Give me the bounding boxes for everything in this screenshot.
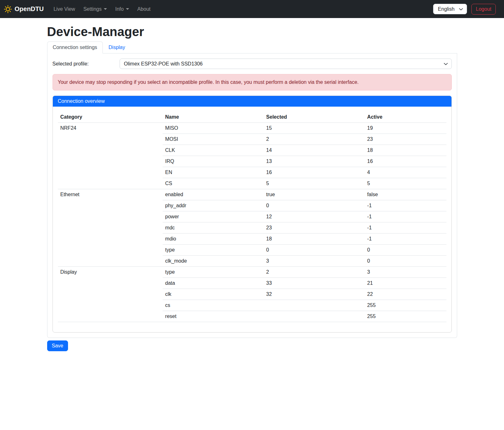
category-cell: Ethernet <box>58 189 163 267</box>
column-header-active: Active <box>365 112 446 123</box>
tab-content: Selected profile: Olimex ESP32-POE with … <box>47 53 457 338</box>
active-cell: 23 <box>365 134 446 145</box>
brand[interactable]: OpenDTU <box>4 5 44 13</box>
selected-cell: 0 <box>264 200 364 211</box>
tab-connection-settings[interactable]: Connection settings <box>47 41 103 53</box>
name-cell: clk <box>163 289 264 300</box>
name-cell: type <box>163 267 264 278</box>
name-cell: phy_addr <box>163 200 264 211</box>
selected-cell: 3 <box>264 256 364 267</box>
tab-bar: Connection settings Display <box>47 41 457 53</box>
column-header-category: Category <box>58 112 163 123</box>
name-cell: power <box>163 211 264 222</box>
nav-item-info[interactable]: Info <box>111 4 133 15</box>
column-header-name: Name <box>163 112 264 123</box>
active-cell: 255 <box>365 311 446 322</box>
connection-overview-card: Connection overview Category Name Select… <box>53 96 452 333</box>
selected-cell: 2 <box>264 267 364 278</box>
column-header-selected: Selected <box>264 112 364 123</box>
profile-select[interactable]: Olimex ESP32-POE with SSD1306 <box>120 59 452 69</box>
nav-item-label: Live View <box>53 6 75 12</box>
caret-down-icon <box>126 8 129 10</box>
nav-item-label: Settings <box>83 6 102 12</box>
selected-cell: 16 <box>264 167 364 178</box>
selected-cell: 2 <box>264 134 364 145</box>
table-header-row: Category Name Selected Active <box>58 112 446 123</box>
category-cell: NRF24 <box>58 123 163 189</box>
active-cell: 0 <box>365 256 446 267</box>
active-cell: -1 <box>365 234 446 245</box>
table-row: NRF24MISO1519 <box>58 123 446 134</box>
name-cell: data <box>163 278 264 289</box>
tab-display[interactable]: Display <box>103 41 131 53</box>
nav-item-label: About <box>137 6 151 12</box>
selected-cell <box>264 300 364 311</box>
active-cell: -1 <box>365 211 446 222</box>
table-row: Ethernetenabledtruefalse <box>58 189 446 200</box>
brand-label: OpenDTU <box>15 5 44 13</box>
active-cell: 21 <box>365 278 446 289</box>
name-cell: mdio <box>163 234 264 245</box>
active-cell: false <box>365 189 446 200</box>
active-cell: 19 <box>365 123 446 134</box>
table-row: Displaytype23 <box>58 267 446 278</box>
name-cell: clk_mode <box>163 256 264 267</box>
language-select[interactable]: English <box>433 4 467 14</box>
main-content: Device-Manager Connection settings Displ… <box>43 25 461 351</box>
name-cell: CS <box>163 178 264 189</box>
navbar: OpenDTU Live View Settings Info About En… <box>0 0 504 18</box>
name-cell: type <box>163 245 264 256</box>
card-header: Connection overview <box>53 96 451 107</box>
name-cell: EN <box>163 167 264 178</box>
profile-row: Selected profile: Olimex ESP32-POE with … <box>53 59 452 69</box>
nav-item-about[interactable]: About <box>133 4 155 15</box>
active-cell: 255 <box>365 300 446 311</box>
selected-cell <box>264 311 364 322</box>
selected-cell: 14 <box>264 145 364 156</box>
name-cell: CLK <box>163 145 264 156</box>
selected-cell: true <box>264 189 364 200</box>
selected-cell: 18 <box>264 234 364 245</box>
danger-alert: Your device may stop responding if you s… <box>53 74 452 90</box>
card-body: Category Name Selected Active NRF24MISO1… <box>53 107 451 332</box>
active-cell: 5 <box>365 178 446 189</box>
active-cell: -1 <box>365 200 446 211</box>
selected-cell: 13 <box>264 156 364 167</box>
selected-cell: 5 <box>264 178 364 189</box>
nav-item-live-view[interactable]: Live View <box>49 4 79 15</box>
name-cell: MISO <box>163 123 264 134</box>
profile-label: Selected profile: <box>53 61 120 67</box>
active-cell: -1 <box>365 222 446 234</box>
nav-item-settings[interactable]: Settings <box>79 4 111 15</box>
name-cell: enabled <box>163 189 264 200</box>
caret-down-icon <box>104 8 107 10</box>
nav-item-label: Info <box>115 6 124 12</box>
selected-cell: 15 <box>264 123 364 134</box>
active-cell: 22 <box>365 289 446 300</box>
name-cell: MOSI <box>163 134 264 145</box>
active-cell: 16 <box>365 156 446 167</box>
overview-table-body: NRF24MISO1519MOSI223CLK1418IRQ1316EN164C… <box>58 123 446 322</box>
active-cell: 18 <box>365 145 446 156</box>
sun-icon <box>4 5 12 13</box>
category-cell: Display <box>58 267 163 322</box>
save-button[interactable]: Save <box>47 340 68 351</box>
selected-cell: 32 <box>264 289 364 300</box>
active-cell: 4 <box>365 167 446 178</box>
logout-button[interactable]: Logout <box>471 4 496 15</box>
selected-cell: 12 <box>264 211 364 222</box>
name-cell: cs <box>163 300 264 311</box>
selected-cell: 23 <box>264 222 364 234</box>
active-cell: 0 <box>365 245 446 256</box>
selected-cell: 33 <box>264 278 364 289</box>
name-cell: IRQ <box>163 156 264 167</box>
overview-table: Category Name Selected Active NRF24MISO1… <box>58 112 446 322</box>
active-cell: 3 <box>365 267 446 278</box>
selected-cell: 0 <box>264 245 364 256</box>
name-cell: reset <box>163 311 264 322</box>
page-title: Device-Manager <box>47 25 457 39</box>
name-cell: mdc <box>163 222 264 234</box>
